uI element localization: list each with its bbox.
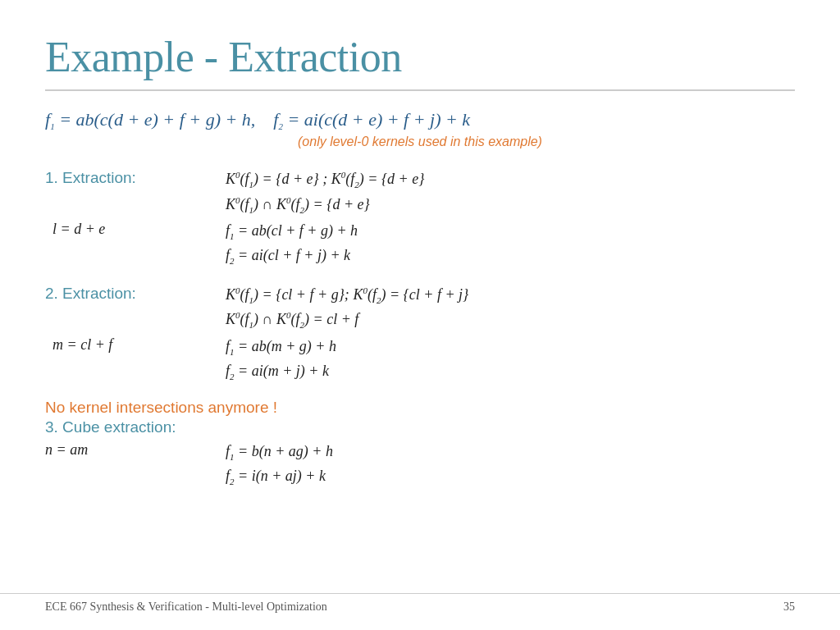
- step1-var: l = d + e: [45, 219, 226, 268]
- slide-title: Example - Extraction: [45, 33, 795, 91]
- step2-result: m = cl + f f1 = ab(m + g) + h f2 = ai(m …: [45, 335, 795, 384]
- step3-functions: f1 = b(n + ag) + h f2 = i(n + aj) + k: [226, 440, 795, 489]
- sub-note: (only level-0 kernels used in this examp…: [45, 135, 795, 149]
- step1-f2: f2 = ai(cl + f + j) + k: [226, 244, 795, 268]
- step1-f1: f1 = ab(cl + f + g) + h: [226, 219, 795, 244]
- step3-f1: f1 = b(n + ag) + h: [226, 440, 795, 464]
- step2-kernels: K0(f1) = {cl + f + g}; K0(f2) = {cl + f …: [226, 283, 795, 332]
- step2-f1: f1 = ab(m + g) + h: [226, 335, 795, 359]
- footer-left: ECE 667 Synthesis & Verification - Multi…: [45, 600, 327, 614]
- step3-var: n = am: [45, 440, 226, 489]
- step3-f2: f2 = i(n + aj) + k: [226, 464, 795, 489]
- f1-label: f1 = ab(c(d + e) + f + g) + h, f2 = ai(c…: [45, 109, 470, 130]
- step2-functions: f1 = ab(m + g) + h f2 = ai(m + j) + k: [226, 335, 795, 384]
- step3-section: 3. Cube extraction: n = am f1 = b(n + ag…: [45, 418, 795, 489]
- step1-kernels: K0(f1) = {d + e} ; K0(f2) = {d + e} K0(f…: [226, 167, 795, 217]
- step1-kernel-line1: K0(f1) = {d + e} ; K0(f2) = {d + e}: [226, 167, 795, 192]
- no-kernel-message: No kernel intersections anymore !: [45, 399, 795, 417]
- step3-result: n = am f1 = b(n + ag) + h f2 = i(n + aj)…: [45, 440, 795, 489]
- step2-section: 2. Extraction: K0(f1) = {cl + f + g}; K0…: [45, 283, 795, 384]
- step2-header: 2. Extraction: K0(f1) = {cl + f + g}; K0…: [45, 283, 795, 332]
- step2-var: m = cl + f: [45, 335, 226, 384]
- step1-section: 1. Extraction: K0(f1) = {d + e} ; K0(f2)…: [45, 167, 795, 268]
- footer: ECE 667 Synthesis & Verification - Multi…: [0, 593, 840, 614]
- slide: Example - Extraction f1 = ab(c(d + e) + …: [0, 0, 840, 630]
- footer-page: 35: [783, 600, 795, 614]
- step1-label: 1. Extraction:: [45, 167, 226, 217]
- main-equation: f1 = ab(c(d + e) + f + g) + h, f2 = ai(c…: [45, 109, 795, 131]
- step2-kernel-line2: K0(f1) ∩ K0(f2) = cl + f: [226, 308, 795, 332]
- step3-label: 3. Cube extraction:: [45, 418, 795, 436]
- step1-functions: f1 = ab(cl + f + g) + h f2 = ai(cl + f +…: [226, 219, 795, 268]
- step2-label: 2. Extraction:: [45, 283, 226, 332]
- step1-result: l = d + e f1 = ab(cl + f + g) + h f2 = a…: [45, 219, 795, 268]
- step2-f2: f2 = ai(m + j) + k: [226, 359, 795, 384]
- step2-kernel-line1: K0(f1) = {cl + f + g}; K0(f2) = {cl + f …: [226, 283, 795, 308]
- step1-header: 1. Extraction: K0(f1) = {d + e} ; K0(f2)…: [45, 167, 795, 217]
- step1-kernel-line2: K0(f1) ∩ K0(f2) = {d + e}: [226, 193, 795, 217]
